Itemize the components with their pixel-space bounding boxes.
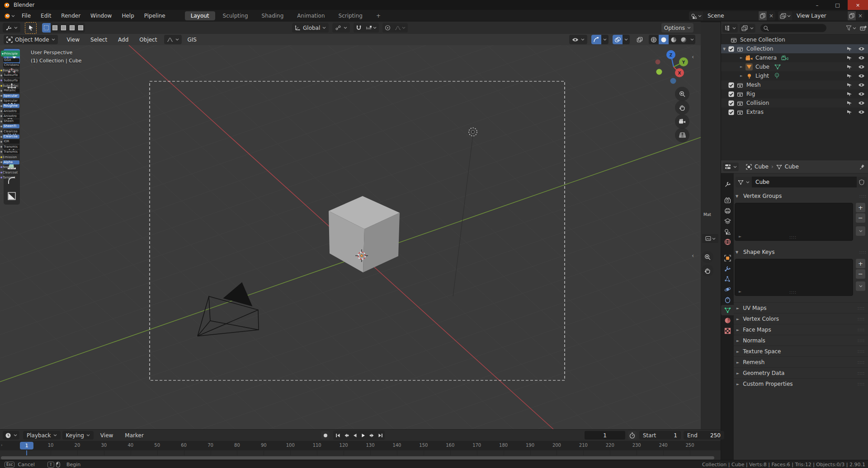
panel-face-maps[interactable]: ►Face Maps:::: [734, 324, 868, 335]
shader-socket-tangent[interactable]: Tangent [0, 175, 19, 180]
visibility-toggle[interactable] [858, 101, 865, 105]
breadcrumb-data[interactable]: Cube [785, 164, 799, 170]
panel-normals[interactable]: ►Normals:::: [734, 335, 868, 346]
menu-window[interactable]: Window [85, 10, 117, 22]
proportional-editing-toggle[interactable] [382, 23, 392, 33]
workspace-tab-sculpting[interactable]: Sculpting [217, 11, 254, 20]
panel-custom-properties[interactable]: ►Custom Properties:::: [734, 378, 868, 389]
shape-key-remove-button[interactable]: − [856, 269, 865, 279]
shader-socket-subsurfac[interactable]: Subsurfac [0, 84, 19, 88]
properties-tab-render[interactable] [721, 195, 734, 206]
select-mode-intersect[interactable] [76, 23, 85, 33]
shader-socket-metallic[interactable]: Metallic [0, 89, 19, 93]
new-collection-button[interactable] [860, 25, 867, 31]
selectability-toggle[interactable] [847, 109, 853, 115]
frame-end-input[interactable]: End250 [684, 431, 724, 440]
properties-tab-scene[interactable] [721, 226, 734, 237]
light-object[interactable] [469, 128, 477, 136]
outliner-row-extras[interactable]: Extras [721, 108, 868, 117]
timeline-menu-keying[interactable]: Keying [62, 431, 94, 440]
panel-geometry-data[interactable]: ►Geometry Data:::: [734, 367, 868, 379]
outliner-filter-dropdown[interactable] [846, 25, 856, 31]
view-layer-name-field[interactable]: View Layer [793, 11, 847, 20]
fake-user-shield-button[interactable] [857, 177, 867, 187]
visibility-toggle[interactable] [858, 110, 865, 114]
properties-tab-object-data[interactable] [721, 305, 734, 315]
selectability-toggle[interactable] [847, 91, 853, 97]
menu-gis[interactable]: GIS [182, 34, 202, 45]
current-frame-input[interactable]: 1 [585, 431, 625, 440]
delete-view-layer-button[interactable]: × [856, 11, 864, 20]
shader-socket-subsurfa[interactable]: Subsurfa [0, 73, 19, 78]
properties-tab-view-layer[interactable] [721, 216, 734, 226]
collection-checkbox[interactable] [727, 108, 735, 116]
record-button[interactable] [321, 431, 330, 440]
outliner-filter-type-dropdown[interactable] [740, 24, 755, 33]
properties-tab-texture[interactable] [721, 326, 734, 336]
playback-play-button[interactable] [359, 431, 368, 440]
zoom-button[interactable] [675, 87, 689, 101]
view-layer-browse-dropdown[interactable] [778, 11, 793, 20]
properties-tab-material[interactable] [721, 315, 734, 326]
shader-socket-transmis[interactable]: Transmis [0, 150, 19, 154]
transform-orientation-dropdown[interactable]: Global [292, 23, 329, 33]
show-overlays-toggle[interactable] [613, 35, 623, 44]
mode-dropdown[interactable]: Object Mode [4, 35, 58, 44]
shader-socket-clearcoa[interactable]: Clearcoa [0, 129, 19, 134]
selectability-toggle[interactable] [847, 64, 853, 70]
shader-socket-anisotro[interactable]: Anisotro [0, 109, 19, 113]
proportional-falloff-dropdown[interactable] [392, 23, 408, 33]
mesh-selector-dropdown[interactable] [736, 177, 752, 187]
menu-pipeline[interactable]: Pipeline [139, 10, 170, 22]
vertex-groups-panel-header[interactable]: ▼Vertex Groups:::: [736, 193, 867, 199]
properties-tab-physics[interactable] [721, 284, 734, 295]
vertex-groups-list[interactable]: ► :::: [735, 203, 853, 241]
gizmo-axis-neg-y[interactable] [656, 69, 662, 75]
delete-scene-button[interactable]: × [767, 11, 775, 20]
shape-keys-panel-header[interactable]: ▼Shape Keys:::: [736, 249, 867, 255]
playback-next-keyframe-button[interactable] [368, 431, 376, 440]
workspace-tab-animation[interactable]: Animation [291, 11, 330, 20]
outliner-row-light[interactable]: ►Light [721, 71, 868, 80]
menu-add[interactable]: Add [113, 34, 134, 45]
shader-socket-subsurfa[interactable]: Subsurfa [0, 78, 19, 83]
selectability-toggle[interactable] [847, 73, 853, 79]
new-view-layer-button[interactable] [848, 11, 856, 20]
timeline-menu-marker[interactable]: Marker [120, 430, 148, 441]
visibility-toggle[interactable] [858, 74, 865, 78]
timeline-scrollbar-thumb[interactable] [1, 456, 714, 459]
shader-socket-sheenti[interactable]: SheenTi [0, 124, 19, 129]
select-mode-subtract[interactable] [59, 23, 68, 33]
playback-prev-keyframe-button[interactable] [342, 431, 350, 440]
scene-browse-dropdown[interactable] [689, 11, 703, 20]
mesh-name-input[interactable]: Cube [752, 177, 857, 187]
outliner-row-scene-collection[interactable]: Scene Collection [721, 35, 868, 44]
outliner-row-camera[interactable]: ►Camera [721, 53, 868, 62]
shader-socket-alpha[interactable]: Alpha [0, 160, 19, 164]
visibility-toggle[interactable] [858, 56, 865, 60]
show-gizmos-toggle[interactable] [591, 35, 601, 44]
falloff-dropdown[interactable] [164, 35, 182, 44]
add-workspace-button[interactable]: + [370, 11, 387, 20]
selectability-toggle[interactable] [847, 82, 853, 88]
frame-start-input[interactable]: Start1 [639, 431, 681, 440]
gizmos-dropdown[interactable] [601, 35, 609, 44]
shader-socket-emission[interactable]: Emission [0, 155, 19, 159]
panel-uv-maps[interactable]: ►UV Maps:::: [734, 302, 868, 314]
pivot-point-dropdown[interactable] [332, 23, 350, 33]
selectability-toggle[interactable] [847, 46, 853, 51]
pin-icon[interactable] [859, 164, 865, 170]
snap-toggle[interactable] [354, 23, 363, 33]
timeline-track-area[interactable] [0, 450, 721, 455]
workspace-tab-shading[interactable]: Shading [256, 11, 290, 20]
principled-node-header[interactable]: ▼Principle [1, 51, 20, 56]
menu-render[interactable]: Render [56, 10, 85, 22]
shader-socket-roughne[interactable]: Roughne [0, 104, 19, 108]
selectability-toggle[interactable] [847, 55, 853, 61]
outliner-row-mesh[interactable]: Mesh [721, 80, 868, 89]
properties-tab-output[interactable] [721, 206, 734, 216]
properties-tab-tool[interactable] [721, 179, 734, 189]
current-frame-badge[interactable]: 1 [20, 442, 33, 449]
gizmo-axis-neg-x[interactable] [656, 60, 660, 65]
workspace-tab-layout[interactable]: Layout [185, 11, 215, 20]
